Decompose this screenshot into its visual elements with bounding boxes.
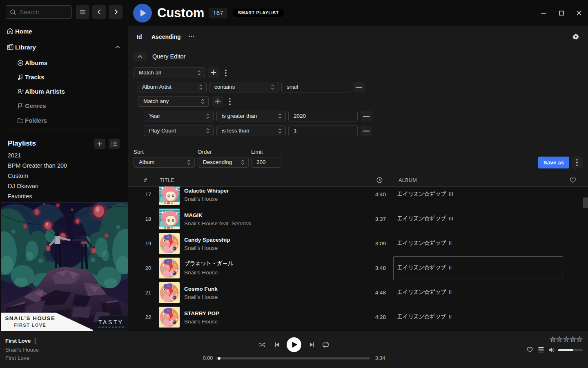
svg-text:TASTY: TASTY (98, 319, 124, 325)
svg-text:SNAIL’S HOUSE: SNAIL’S HOUSE (5, 315, 55, 321)
svg-text:FIRST LOVE: FIRST LOVE (14, 323, 46, 328)
